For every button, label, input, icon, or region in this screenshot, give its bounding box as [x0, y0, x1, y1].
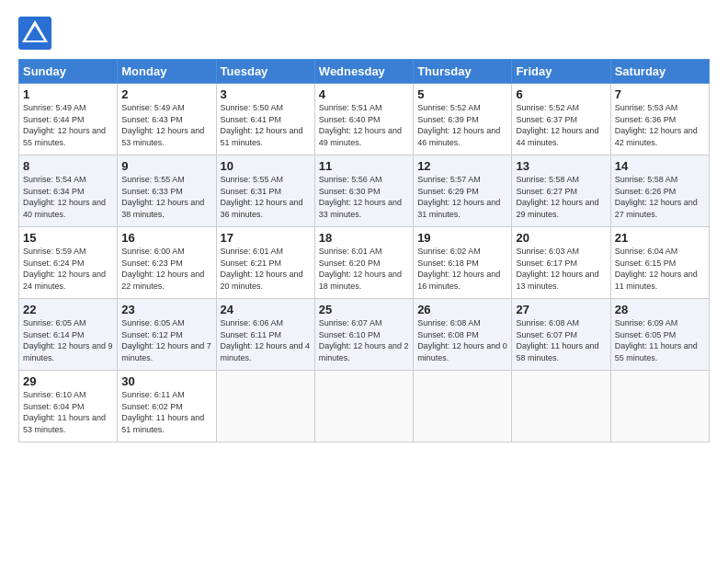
day-cell: 10 Sunrise: 5:55 AMSunset: 6:31 PMDaylig…: [216, 155, 314, 227]
day-cell: 4 Sunrise: 5:51 AMSunset: 6:40 PMDayligh…: [314, 84, 413, 155]
day-cell: [610, 371, 709, 442]
day-cell: 8 Sunrise: 5:54 AMSunset: 6:34 PMDayligh…: [19, 155, 118, 227]
day-info: Sunrise: 5:49 AMSunset: 6:44 PMDaylight:…: [23, 103, 106, 147]
logo: [18, 17, 55, 50]
day-number: 27: [516, 303, 606, 316]
day-number: 6: [516, 87, 606, 101]
day-cell: 29 Sunrise: 6:10 AMSunset: 6:04 PMDaylig…: [19, 371, 118, 442]
day-number: 30: [121, 374, 211, 388]
day-cell: 24 Sunrise: 6:06 AMSunset: 6:11 PMDaylig…: [216, 299, 314, 371]
day-number: 1: [23, 87, 113, 101]
day-number: 29: [23, 374, 113, 388]
day-number: 25: [319, 303, 409, 316]
day-cell: 18 Sunrise: 6:01 AMSunset: 6:20 PMDaylig…: [314, 227, 413, 299]
day-number: 28: [615, 303, 705, 316]
day-cell: 3 Sunrise: 5:50 AMSunset: 6:41 PMDayligh…: [216, 84, 314, 155]
day-number: 7: [615, 87, 705, 101]
col-header-tuesday: Tuesday: [216, 60, 314, 84]
day-cell: 27 Sunrise: 6:08 AMSunset: 6:07 PMDaylig…: [512, 299, 610, 371]
day-info: Sunrise: 6:03 AMSunset: 6:17 PMDaylight:…: [516, 247, 598, 291]
day-cell: 7 Sunrise: 5:53 AMSunset: 6:36 PMDayligh…: [610, 84, 709, 155]
col-header-sunday: Sunday: [19, 60, 118, 84]
day-cell: 6 Sunrise: 5:52 AMSunset: 6:37 PMDayligh…: [512, 84, 610, 155]
day-info: Sunrise: 6:04 AMSunset: 6:15 PMDaylight:…: [615, 247, 698, 291]
day-number: 2: [121, 87, 211, 101]
col-header-saturday: Saturday: [610, 60, 709, 84]
logo-icon: [18, 17, 51, 50]
day-info: Sunrise: 5:58 AMSunset: 6:26 PMDaylight:…: [615, 175, 698, 219]
day-cell: 5 Sunrise: 5:52 AMSunset: 6:39 PMDayligh…: [414, 84, 512, 155]
day-cell: 16 Sunrise: 6:00 AMSunset: 6:23 PMDaylig…: [118, 227, 216, 299]
day-cell: 13 Sunrise: 5:58 AMSunset: 6:27 PMDaylig…: [512, 155, 610, 227]
week-row-1: 1 Sunrise: 5:49 AMSunset: 6:44 PMDayligh…: [19, 84, 710, 155]
day-info: Sunrise: 6:02 AMSunset: 6:18 PMDaylight:…: [417, 247, 500, 291]
day-cell: 22 Sunrise: 6:05 AMSunset: 6:14 PMDaylig…: [19, 299, 118, 371]
calendar-header-row: SundayMondayTuesdayWednesdayThursdayFrid…: [19, 60, 710, 84]
day-number: 21: [615, 231, 705, 245]
week-row-4: 22 Sunrise: 6:05 AMSunset: 6:14 PMDaylig…: [19, 299, 710, 371]
page: SundayMondayTuesdayWednesdayThursdayFrid…: [0, 0, 728, 452]
day-cell: 25 Sunrise: 6:07 AMSunset: 6:10 PMDaylig…: [314, 299, 413, 371]
day-info: Sunrise: 5:52 AMSunset: 6:37 PMDaylight:…: [516, 103, 598, 147]
week-row-5: 29 Sunrise: 6:10 AMSunset: 6:04 PMDaylig…: [19, 371, 710, 442]
day-info: Sunrise: 6:01 AMSunset: 6:21 PMDaylight:…: [221, 247, 303, 291]
day-number: 10: [221, 159, 311, 173]
col-header-wednesday: Wednesday: [314, 60, 413, 84]
day-cell: 30 Sunrise: 6:11 AMSunset: 6:02 PMDaylig…: [118, 371, 216, 442]
day-number: 16: [121, 231, 211, 245]
day-cell: 9 Sunrise: 5:55 AMSunset: 6:33 PMDayligh…: [118, 155, 216, 227]
day-cell: 2 Sunrise: 5:49 AMSunset: 6:43 PMDayligh…: [118, 84, 216, 155]
col-header-thursday: Thursday: [414, 60, 512, 84]
day-number: 15: [23, 231, 113, 245]
day-info: Sunrise: 6:08 AMSunset: 6:08 PMDaylight:…: [417, 318, 507, 362]
day-number: 8: [23, 159, 113, 173]
day-number: 26: [417, 303, 507, 316]
week-row-3: 15 Sunrise: 5:59 AMSunset: 6:24 PMDaylig…: [19, 227, 710, 299]
day-cell: 1 Sunrise: 5:49 AMSunset: 6:44 PMDayligh…: [19, 84, 118, 155]
day-cell: 12 Sunrise: 5:57 AMSunset: 6:29 PMDaylig…: [414, 155, 512, 227]
day-number: 11: [319, 159, 409, 173]
day-number: 3: [221, 87, 311, 101]
day-cell: 21 Sunrise: 6:04 AMSunset: 6:15 PMDaylig…: [610, 227, 709, 299]
day-info: Sunrise: 5:53 AMSunset: 6:36 PMDaylight:…: [615, 103, 698, 147]
day-cell: [512, 371, 610, 442]
day-number: 22: [23, 303, 113, 316]
day-info: Sunrise: 6:08 AMSunset: 6:07 PMDaylight:…: [516, 318, 598, 362]
col-header-monday: Monday: [118, 60, 216, 84]
day-cell: 19 Sunrise: 6:02 AMSunset: 6:18 PMDaylig…: [414, 227, 512, 299]
day-number: 24: [221, 303, 311, 316]
day-info: Sunrise: 5:51 AMSunset: 6:40 PMDaylight:…: [319, 103, 402, 147]
day-number: 12: [417, 159, 507, 173]
day-info: Sunrise: 5:57 AMSunset: 6:29 PMDaylight:…: [417, 175, 500, 219]
day-cell: [314, 371, 413, 442]
day-info: Sunrise: 5:50 AMSunset: 6:41 PMDaylight:…: [221, 103, 303, 147]
day-number: 23: [121, 303, 211, 316]
day-cell: 23 Sunrise: 6:05 AMSunset: 6:12 PMDaylig…: [118, 299, 216, 371]
day-number: 19: [417, 231, 507, 245]
col-header-friday: Friday: [512, 60, 610, 84]
day-number: 18: [319, 231, 409, 245]
calendar-table: SundayMondayTuesdayWednesdayThursdayFrid…: [18, 59, 710, 442]
day-info: Sunrise: 6:05 AMSunset: 6:12 PMDaylight:…: [121, 318, 211, 362]
day-number: 13: [516, 159, 606, 173]
day-number: 5: [417, 87, 507, 101]
day-cell: [216, 371, 314, 442]
day-cell: 11 Sunrise: 5:56 AMSunset: 6:30 PMDaylig…: [314, 155, 413, 227]
title-area: [55, 17, 710, 18]
day-info: Sunrise: 5:56 AMSunset: 6:30 PMDaylight:…: [319, 175, 402, 219]
day-cell: 20 Sunrise: 6:03 AMSunset: 6:17 PMDaylig…: [512, 227, 610, 299]
day-info: Sunrise: 5:55 AMSunset: 6:31 PMDaylight:…: [221, 175, 303, 219]
day-info: Sunrise: 6:00 AMSunset: 6:23 PMDaylight:…: [121, 247, 204, 291]
day-info: Sunrise: 5:55 AMSunset: 6:33 PMDaylight:…: [121, 175, 204, 219]
day-info: Sunrise: 6:07 AMSunset: 6:10 PMDaylight:…: [319, 318, 409, 362]
day-number: 20: [516, 231, 606, 245]
day-info: Sunrise: 5:54 AMSunset: 6:34 PMDaylight:…: [23, 175, 106, 219]
day-info: Sunrise: 6:01 AMSunset: 6:20 PMDaylight:…: [319, 247, 402, 291]
day-number: 9: [121, 159, 211, 173]
day-info: Sunrise: 6:11 AMSunset: 6:02 PMDaylight:…: [121, 390, 204, 434]
day-cell: [414, 371, 512, 442]
day-number: 14: [615, 159, 705, 173]
day-info: Sunrise: 6:09 AMSunset: 6:05 PMDaylight:…: [615, 318, 698, 362]
header: [18, 17, 710, 50]
day-info: Sunrise: 6:06 AMSunset: 6:11 PMDaylight:…: [221, 318, 311, 362]
